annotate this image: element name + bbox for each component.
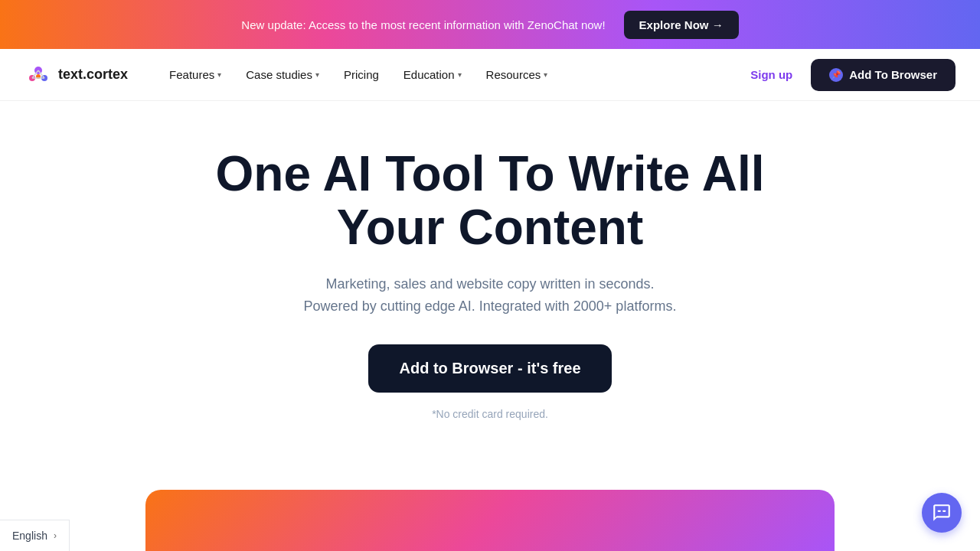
hero-subtitle: Marketing, sales and website copy writte… bbox=[304, 273, 677, 318]
nav-right: Sign up 📌 Add To Browser bbox=[741, 59, 956, 91]
chevron-down-icon: ▾ bbox=[315, 70, 319, 79]
nav-links: Features ▾ Case studies ▾ Pricing Educat… bbox=[158, 62, 741, 87]
chat-icon bbox=[932, 503, 952, 523]
chevron-right-icon: › bbox=[54, 530, 57, 541]
explore-now-button[interactable]: Explore Now → bbox=[624, 11, 739, 39]
chevron-down-icon: ▾ bbox=[458, 70, 462, 79]
no-credit-card-text: *No credit card required. bbox=[432, 408, 548, 420]
hero-cta-button[interactable]: Add to Browser - it's free bbox=[368, 344, 611, 393]
logo-link[interactable]: text.cortex bbox=[24, 61, 128, 89]
nav-item-case-studies[interactable]: Case studies ▾ bbox=[235, 62, 330, 87]
hero-title: One AI Tool To Write All Your Content bbox=[216, 147, 765, 255]
bottom-preview-bar bbox=[145, 490, 835, 551]
logo-icon bbox=[24, 61, 52, 89]
svg-rect-7 bbox=[938, 510, 941, 512]
announcement-banner: New update: Access to the most recent in… bbox=[0, 0, 980, 49]
chevron-down-icon: ▾ bbox=[217, 70, 221, 79]
pin-icon: 📌 bbox=[829, 68, 843, 82]
language-label: English bbox=[12, 530, 47, 542]
language-selector[interactable]: English › bbox=[0, 520, 70, 551]
nav-item-education[interactable]: Education ▾ bbox=[393, 62, 472, 87]
signup-link[interactable]: Sign up bbox=[741, 62, 802, 87]
chevron-down-icon: ▾ bbox=[544, 70, 547, 79]
banner-text: New update: Access to the most recent in… bbox=[241, 18, 605, 31]
nav-item-features[interactable]: Features ▾ bbox=[158, 62, 232, 87]
logo-text: text.cortex bbox=[58, 67, 128, 83]
nav-item-resources[interactable]: Resources ▾ bbox=[475, 62, 559, 87]
navbar: text.cortex Features ▾ Case studies ▾ Pr… bbox=[0, 49, 980, 101]
add-to-browser-button[interactable]: 📌 Add To Browser bbox=[811, 59, 956, 91]
nav-item-pricing[interactable]: Pricing bbox=[333, 62, 390, 87]
svg-rect-8 bbox=[942, 510, 946, 512]
chat-button[interactable] bbox=[922, 493, 962, 533]
hero-section: One AI Tool To Write All Your Content Ma… bbox=[0, 101, 980, 443]
